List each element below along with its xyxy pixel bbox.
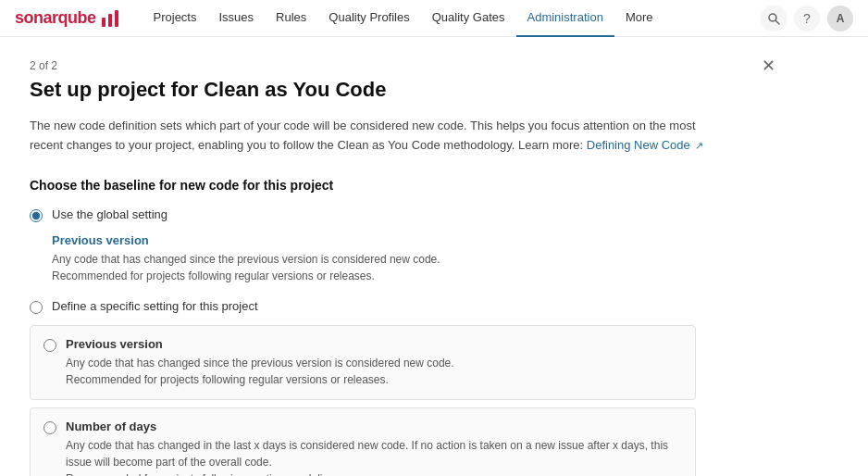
svg-point-3 (769, 14, 776, 21)
nav-quality-gates[interactable]: Quality Gates (421, 0, 516, 37)
specific-setting-radio[interactable] (30, 301, 43, 314)
specific-options-list: Previous version Any code that has chang… (30, 325, 766, 476)
dialog: ✕ 2 of 2 Set up project for Clean as You… (0, 37, 796, 476)
global-sub-heading: Previous version (52, 233, 766, 247)
global-sub-text1: Any code that has changed since the prev… (52, 251, 766, 268)
option-num-days-desc1: Any code that has changed in the last x … (66, 437, 682, 470)
option-prev-version-desc1: Any code that has changed since the prev… (66, 355, 454, 371)
global-sub-text2: Recommended for projects following regul… (52, 268, 766, 284)
help-button[interactable]: ? (794, 6, 820, 31)
step-indicator: 2 of 2 (30, 59, 766, 72)
page-title: Set up project for Clean as You Code (30, 78, 766, 102)
option-num-days-desc2: Recommended for projects following conti… (66, 470, 682, 476)
svg-rect-1 (108, 14, 112, 27)
global-setting-detail: Previous version Any code that has chang… (52, 233, 766, 284)
logo-text: sonarqube (15, 8, 96, 28)
logo-icon (100, 8, 120, 29)
navbar: sonarqube Projects Issues Rules Quality … (0, 0, 868, 37)
logo: sonarqube (15, 8, 120, 29)
option-prev-version-desc2: Recommended for projects following regul… (66, 371, 454, 388)
help-icon: ? (803, 11, 811, 26)
nav-actions: ? A (761, 6, 853, 31)
global-setting-label[interactable]: Use the global setting (52, 207, 167, 221)
option-prev-version-body: Previous version Any code that has chang… (66, 337, 454, 388)
nav-items: Projects Issues Rules Quality Profiles Q… (143, 0, 761, 37)
specific-setting-label[interactable]: Define a specific setting for this proje… (52, 299, 258, 313)
specific-setting-option: Define a specific setting for this proje… (30, 299, 766, 314)
option-num-days-body: Number of days Any code that has changed… (66, 420, 682, 476)
option-previous-version: Previous version Any code that has chang… (30, 325, 696, 400)
global-setting-option: Use the global setting (30, 207, 766, 222)
description: The new code definition sets which part … (30, 117, 714, 156)
defining-new-code-link[interactable]: Defining New Code ↗ (587, 138, 704, 152)
option-num-days-title: Number of days (66, 420, 682, 433)
avatar[interactable]: A (827, 6, 853, 31)
nav-projects[interactable]: Projects (143, 0, 208, 37)
section-title: Choose the baseline for new code for thi… (30, 178, 766, 193)
svg-rect-0 (102, 18, 105, 27)
nav-administration[interactable]: Administration (516, 0, 614, 37)
global-setting-radio[interactable] (30, 209, 43, 222)
option-prev-version-radio[interactable] (43, 339, 56, 352)
svg-line-4 (776, 20, 780, 24)
option-num-days-radio[interactable] (43, 421, 56, 434)
nav-issues[interactable]: Issues (207, 0, 265, 37)
close-button[interactable]: ✕ (756, 56, 781, 76)
nav-rules[interactable]: Rules (265, 0, 317, 37)
search-button[interactable] (761, 6, 787, 31)
option-prev-version-title: Previous version (66, 337, 454, 351)
option-number-of-days: Number of days Any code that has changed… (30, 407, 696, 476)
external-link-icon: ↗ (695, 140, 703, 151)
nav-quality-profiles[interactable]: Quality Profiles (317, 0, 420, 37)
svg-rect-2 (115, 10, 118, 27)
search-icon (767, 12, 780, 25)
nav-more[interactable]: More (614, 0, 664, 37)
